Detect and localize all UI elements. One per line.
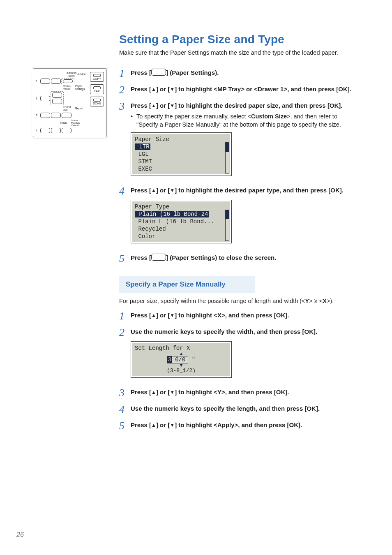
page-title: Setting a Paper Size and Type bbox=[119, 33, 359, 46]
lcd-option: EXEC bbox=[135, 165, 228, 173]
step-text: Press [] (Paper Settings) to close the s… bbox=[131, 254, 276, 261]
keypad-button bbox=[40, 79, 50, 84]
subsection-heading-box: Specify a Paper Size Manually bbox=[119, 276, 255, 293]
step-number: 3 bbox=[119, 388, 131, 398]
page: Setting a Paper Size and Type Make sure … bbox=[0, 0, 392, 555]
keypad-label: Address Book bbox=[66, 72, 77, 77]
lcd-selected: LTR bbox=[135, 143, 150, 150]
keypad-dashed-group bbox=[61, 78, 74, 84]
step-number: 5 bbox=[119, 253, 131, 264]
keypad-button bbox=[62, 113, 71, 118]
page-number: 26 bbox=[16, 531, 24, 539]
keypad-button bbox=[52, 92, 62, 98]
keypad-rownum: 3 bbox=[36, 114, 40, 117]
keypad-button bbox=[51, 113, 61, 118]
step-text: Press [] (Paper Settings). bbox=[131, 69, 219, 76]
keypad-rownum: 2 bbox=[36, 97, 40, 100]
keypad-label: Menu bbox=[81, 73, 87, 76]
keypad-rownum: 1 bbox=[36, 80, 40, 83]
lcd-title: Paper Type bbox=[135, 203, 228, 210]
step-number: 1 bbox=[119, 68, 131, 79]
lcd-option: STMT bbox=[135, 158, 228, 165]
keypad-button bbox=[62, 128, 71, 133]
steps-column: 1 Press [] (Paper Settings). 2 Press [▲]… bbox=[119, 68, 359, 437]
lcd-paper-type: Paper Type Plain (16 lb Bond-24 Plain L … bbox=[131, 200, 232, 243]
subsection-manual-size: Specify a Paper Size Manually For paper … bbox=[119, 276, 359, 431]
keypad-button bbox=[51, 79, 61, 84]
lcd-title: Paper Size bbox=[135, 136, 228, 143]
keypad-label: Redial/ Pause bbox=[63, 85, 75, 90]
lcd-option: Plain L (16 lb Bond... bbox=[135, 218, 228, 225]
body: Address Book ⊛ Menu 1 bbox=[33, 68, 359, 437]
keypad-button bbox=[52, 99, 62, 104]
keypad-sidebuttons: COPY FAX SCAN bbox=[90, 72, 104, 134]
step-number: 4 bbox=[119, 186, 131, 197]
keypad-button bbox=[51, 128, 61, 133]
lcd-option: Recycled bbox=[135, 225, 228, 233]
subsection-intro: For paper size, specify within the possi… bbox=[119, 298, 359, 304]
step-4: 4 Press [▲] or [▼] to highlight the desi… bbox=[119, 186, 359, 197]
substep-3: 3 Press [▲] or [▼] to highlight <Y>, and… bbox=[119, 388, 359, 398]
step-number: 4 bbox=[119, 404, 131, 415]
subsection-heading: Specify a Paper Size Manually bbox=[126, 280, 226, 288]
keypad-button bbox=[40, 128, 50, 133]
lcd-value: 3 0/0 " bbox=[135, 356, 228, 363]
step-text: Press [▲] or [▼] to highlight the desire… bbox=[131, 102, 343, 109]
substep-5: 5 Press [▲] or [▼] to highlight <Apply>,… bbox=[119, 421, 359, 431]
step-text: Use the numeric keys to specify the widt… bbox=[131, 328, 317, 335]
keypad-side-fax: FAX bbox=[90, 84, 104, 94]
step-text: Press [▲] or [▼] to highlight <X>, and t… bbox=[131, 312, 289, 319]
lcd-selected: Plain (16 lb Bond-24 bbox=[135, 211, 209, 217]
down-arrow-icon: ▼ bbox=[135, 363, 228, 368]
step-number: 1 bbox=[119, 311, 131, 321]
keypad-button bbox=[63, 79, 73, 83]
step-number: 2 bbox=[119, 327, 131, 338]
keypad-button bbox=[40, 113, 50, 118]
intro-text: Make sure that the Paper Settings match … bbox=[119, 49, 359, 56]
keypad-rownum: 4 bbox=[36, 129, 40, 132]
lcd-set-length: Set Length for X ▲ 3 0/0 " ▼ (3-8_1/2) bbox=[131, 341, 232, 378]
step-text: Press [▲] or [▼] to highlight <Y>, and t… bbox=[131, 388, 289, 395]
lcd-option: LGL bbox=[135, 150, 228, 158]
button-icon bbox=[151, 254, 166, 261]
keypad-dashed-group bbox=[51, 91, 64, 105]
step-bullet: To specify the paper size manually, sele… bbox=[131, 112, 359, 129]
lcd-title: Set Length for X bbox=[135, 345, 228, 352]
substep-2: 2 Use the numeric keys to specify the wi… bbox=[119, 327, 359, 338]
lcd-scrollbar bbox=[225, 142, 229, 173]
up-arrow-icon: ▲ bbox=[135, 352, 228, 356]
keypad-label: Hook bbox=[60, 122, 71, 125]
keypad-illustration: Address Book ⊛ Menu 1 bbox=[33, 68, 107, 137]
button-icon bbox=[151, 69, 166, 76]
substep-4: 4 Use the numeric keys to specify the le… bbox=[119, 404, 359, 415]
lcd-scrollbar bbox=[225, 210, 229, 241]
step-number: 2 bbox=[119, 85, 131, 95]
keypad-button bbox=[40, 96, 50, 101]
step-text: Press [▲] or [▼] to highlight the desire… bbox=[131, 187, 344, 194]
lcd-paper-size: Paper Size LTR LGL STMT EXEC bbox=[131, 132, 232, 176]
keypad-label: Report bbox=[75, 107, 88, 110]
lcd-range: (3-8_1/2) bbox=[135, 368, 228, 374]
keypad-side-copy: COPY bbox=[90, 72, 104, 82]
step-1: 1 Press [] (Paper Settings). bbox=[119, 68, 359, 79]
keypad-label: Status Monitor/ Cancel bbox=[71, 119, 88, 127]
step-5: 5 Press [] (Paper Settings) to close the… bbox=[119, 253, 359, 264]
step-text: Use the numeric keys to specify the leng… bbox=[131, 405, 320, 412]
keypad-label: Coded Dial bbox=[63, 106, 75, 111]
lcd-option: Color bbox=[135, 233, 228, 240]
step-text: Press [▲] or [▼] to highlight <Apply>, a… bbox=[131, 421, 302, 428]
step-number: 3 bbox=[119, 101, 131, 112]
keypad-label: Paper Settings bbox=[75, 85, 88, 90]
step-2: 2 Press [▲] or [▼] to highlight <MP Tray… bbox=[119, 85, 359, 95]
step-text: Press [▲] or [▼] to highlight <MP Tray> … bbox=[131, 86, 351, 92]
keypad-column: Address Book ⊛ Menu 1 bbox=[33, 68, 107, 437]
step-3: 3 Press [▲] or [▼] to highlight the desi… bbox=[119, 101, 359, 129]
substep-1: 1 Press [▲] or [▼] to highlight <X>, and… bbox=[119, 311, 359, 321]
step-number: 5 bbox=[119, 421, 131, 431]
keypad-side-scan: SCAN bbox=[90, 97, 104, 106]
